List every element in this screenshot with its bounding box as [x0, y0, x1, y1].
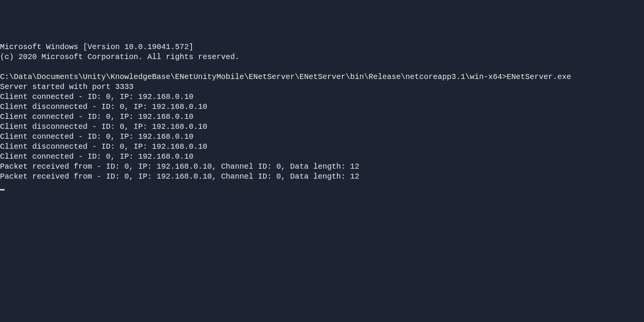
cursor-icon — [0, 189, 5, 191]
terminal-line: Packet received from - ID: 0, IP: 192.16… — [0, 172, 644, 182]
terminal-line: Microsoft Windows [Version 10.0.19041.57… — [0, 42, 644, 52]
terminal-line: Client disconnected - ID: 0, IP: 192.168… — [0, 122, 644, 132]
terminal-line: Client connected - ID: 0, IP: 192.168.0.… — [0, 92, 644, 102]
terminal-line: Server started with port 3333 — [0, 82, 644, 92]
terminal-line: Client connected - ID: 0, IP: 192.168.0.… — [0, 112, 644, 122]
terminal-line: Client connected - ID: 0, IP: 192.168.0.… — [0, 152, 644, 162]
terminal-prompt-line: C:\Data\Documents\Unity\KnowledgeBase\EN… — [0, 72, 644, 82]
terminal-line: (c) 2020 Microsoft Corporation. All righ… — [0, 52, 644, 62]
terminal-blank-line — [0, 62, 644, 72]
terminal-line: Client disconnected - ID: 0, IP: 192.168… — [0, 142, 644, 152]
terminal-output[interactable]: Microsoft Windows [Version 10.0.19041.57… — [0, 42, 644, 192]
terminal-line: Packet received from - ID: 0, IP: 192.16… — [0, 162, 644, 172]
terminal-line: Client disconnected - ID: 0, IP: 192.168… — [0, 102, 644, 112]
terminal-line: Client connected - ID: 0, IP: 192.168.0.… — [0, 132, 644, 142]
